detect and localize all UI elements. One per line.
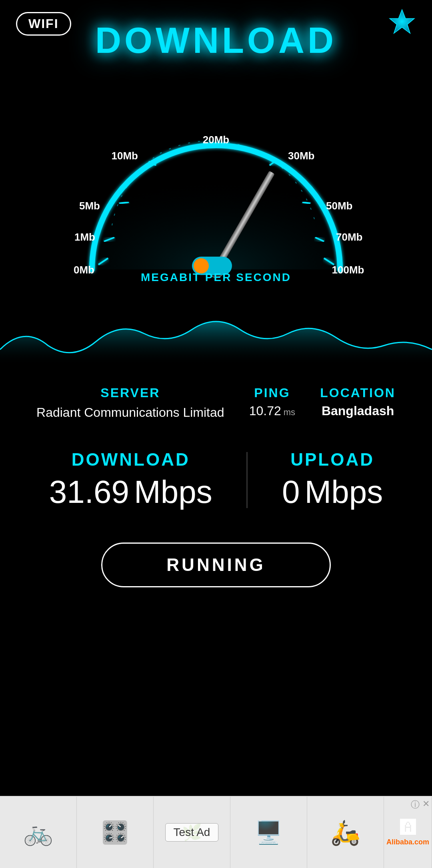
ping-stat: PING 10.72 ms bbox=[249, 386, 295, 418]
ping-number: 10.72 bbox=[249, 404, 281, 418]
bike-icon-1: 🚲 bbox=[23, 818, 53, 847]
page-title: DOWNLOAD bbox=[16, 20, 416, 61]
server-value: Radiant Communications Limitad bbox=[36, 404, 224, 422]
star-icon[interactable] bbox=[388, 8, 416, 36]
ad-info-icon[interactable]: ⓘ bbox=[411, 799, 420, 811]
ad-test-label: Test Ad bbox=[165, 823, 219, 842]
ping-unit: ms bbox=[284, 407, 295, 418]
upload-speed-unit: Mbps bbox=[305, 474, 383, 510]
keyboard-icon: 🎛️ bbox=[101, 820, 129, 846]
speed-results: DOWNLOAD 31.69 Mbps UPLOAD 0 Mbps bbox=[0, 438, 432, 522]
svg-text:50Mb: 50Mb bbox=[326, 200, 352, 212]
location-stat: LOCATION Bangladash bbox=[320, 386, 396, 418]
ad-segment-5: 🛵 bbox=[307, 797, 384, 868]
ping-value-container: 10.72 ms bbox=[249, 404, 295, 418]
download-speed-value: 31.69 bbox=[49, 474, 129, 510]
speedometer-svg: 0Mb 1Mb 5Mb 10Mb 20Mb 30Mb 50Mb 70Mb bbox=[60, 77, 372, 301]
ping-label: PING bbox=[254, 386, 290, 400]
server-label: SERVER bbox=[100, 386, 160, 400]
ad-close-button[interactable]: ✕ bbox=[422, 799, 430, 809]
svg-text:5Mb: 5Mb bbox=[79, 200, 100, 212]
running-btn-container: RUNNING bbox=[0, 542, 432, 587]
download-speed-label: DOWNLOAD bbox=[72, 450, 190, 470]
svg-marker-0 bbox=[390, 10, 414, 33]
download-speed-unit: Mbps bbox=[134, 474, 212, 510]
speedometer: 0Mb 1Mb 5Mb 10Mb 20Mb 30Mb 50Mb 70Mb bbox=[60, 77, 372, 301]
upload-speed-item: UPLOAD 0 Mbps bbox=[282, 450, 383, 510]
svg-text:20Mb: 20Mb bbox=[203, 134, 229, 146]
svg-text:30Mb: 30Mb bbox=[288, 150, 314, 162]
pc-icon: 🖥️ bbox=[255, 820, 282, 846]
server-stat: SERVER Radiant Communications Limitad bbox=[36, 386, 224, 422]
svg-text:70Mb: 70Mb bbox=[336, 231, 362, 243]
svg-text:10Mb: 10Mb bbox=[112, 150, 138, 162]
ad-segment-1: 🚲 bbox=[0, 797, 77, 868]
wifi-badge[interactable]: WIFI bbox=[16, 12, 71, 36]
upload-speed-value: 0 bbox=[282, 474, 300, 510]
svg-text:1Mb: 1Mb bbox=[74, 231, 95, 243]
ad-banner: 🚲 🎛️ 🌿 Test Ad 🖥️ 🛵 🅰 Alibaba.com ⓘ ✕ bbox=[0, 796, 432, 868]
upload-speed-label: UPLOAD bbox=[290, 450, 374, 470]
location-value: Bangladash bbox=[322, 404, 394, 418]
ad-segment-2: 🎛️ bbox=[77, 797, 154, 868]
wave-container bbox=[0, 293, 432, 366]
ad-segment-3: 🌿 Test Ad bbox=[154, 797, 230, 868]
alibaba-icon: 🅰 bbox=[400, 818, 416, 836]
megabit-label: MEGABIT PER SECOND bbox=[141, 271, 291, 283]
location-label: LOCATION bbox=[320, 386, 396, 400]
stats-row: SERVER Radiant Communications Limitad PI… bbox=[0, 366, 432, 434]
speedometer-container: 0Mb 1Mb 5Mb 10Mb 20Mb 30Mb 50Mb 70Mb bbox=[0, 77, 432, 301]
ebike-icon: 🛵 bbox=[330, 818, 360, 847]
speed-divider bbox=[246, 452, 248, 508]
ad-segment-6: 🅰 Alibaba.com ⓘ ✕ bbox=[384, 797, 432, 868]
header: WIFI bbox=[0, 0, 432, 16]
alibaba-label: Alibaba.com bbox=[386, 838, 429, 846]
running-button[interactable]: RUNNING bbox=[101, 542, 330, 587]
ad-segment-4: 🖥️ bbox=[230, 797, 307, 868]
ad-inner: 🚲 🎛️ 🌿 Test Ad 🖥️ 🛵 🅰 Alibaba.com ⓘ ✕ bbox=[0, 797, 432, 868]
download-speed-item: DOWNLOAD 31.69 Mbps bbox=[49, 450, 212, 510]
